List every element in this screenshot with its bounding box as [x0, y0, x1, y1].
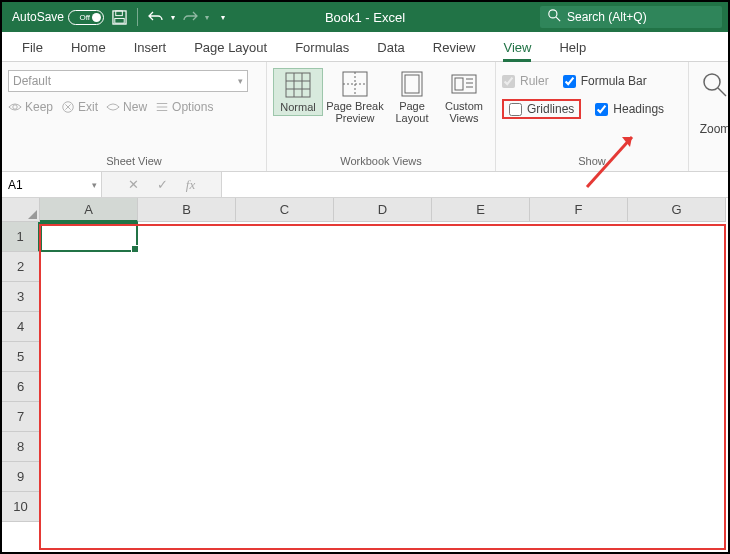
qat-customize-icon[interactable]: ▾ — [221, 13, 225, 22]
row-header[interactable]: 8 — [2, 432, 40, 462]
custom-views-button[interactable]: Custom Views — [439, 68, 489, 126]
normal-view-button[interactable]: Normal — [273, 68, 323, 116]
column-header[interactable]: C — [236, 198, 334, 222]
svg-rect-21 — [455, 78, 463, 90]
search-box[interactable]: Search (Alt+Q) — [540, 6, 722, 28]
enter-icon[interactable]: ✓ — [157, 177, 168, 192]
formula-bar-checkbox[interactable]: Formula Bar — [563, 74, 647, 88]
tab-home[interactable]: Home — [57, 34, 120, 61]
custom-views-icon — [450, 70, 478, 98]
zoom-icon[interactable] — [702, 72, 728, 104]
formula-bar-area: A1 ▾ ✕ ✓ fx — [2, 172, 728, 198]
svg-point-5 — [13, 105, 17, 109]
tab-page-layout[interactable]: Page Layout — [180, 34, 281, 61]
row-header[interactable]: 7 — [2, 402, 40, 432]
sheet-view-combo-value: Default — [13, 74, 51, 88]
tab-view[interactable]: View — [489, 34, 545, 61]
group-sheet-view: Default ▾ Keep Exit New Options — [2, 62, 267, 171]
sheet-view-combo[interactable]: Default ▾ — [8, 70, 248, 92]
exit-button[interactable]: Exit — [61, 100, 98, 114]
keep-button[interactable]: Keep — [8, 100, 53, 114]
cells-area[interactable] — [40, 222, 728, 552]
row-header[interactable]: 3 — [2, 282, 40, 312]
ruler-checkbox[interactable]: Ruler — [502, 74, 549, 88]
group-label-sheet-view: Sheet View — [8, 155, 260, 169]
tab-help[interactable]: Help — [545, 34, 600, 61]
svg-point-25 — [704, 74, 720, 90]
autosave-label: AutoSave — [12, 10, 64, 24]
row-header[interactable]: 2 — [2, 252, 40, 282]
spreadsheet-grid: A B C D E F G 1 2 3 4 5 6 7 8 9 10 — [2, 198, 728, 552]
search-placeholder: Search (Alt+Q) — [567, 10, 647, 24]
column-header[interactable]: A — [40, 198, 138, 222]
select-all-corner[interactable] — [2, 198, 40, 222]
column-header[interactable]: E — [432, 198, 530, 222]
page-break-icon — [341, 70, 369, 98]
row-header[interactable]: 5 — [2, 342, 40, 372]
column-header[interactable]: G — [628, 198, 726, 222]
tab-formulas[interactable]: Formulas — [281, 34, 363, 61]
fx-buttons: ✕ ✓ fx — [102, 172, 222, 197]
page-layout-icon — [398, 70, 426, 98]
tab-data[interactable]: Data — [363, 34, 418, 61]
autosave-pill[interactable]: Off — [68, 10, 104, 25]
group-label-workbook-views: Workbook Views — [273, 155, 489, 169]
normal-view-icon — [284, 71, 312, 99]
save-icon[interactable] — [110, 8, 128, 26]
column-header[interactable]: D — [334, 198, 432, 222]
column-header[interactable]: B — [138, 198, 236, 222]
eye-keep-icon — [8, 100, 22, 114]
cancel-icon[interactable]: ✕ — [128, 177, 139, 192]
svg-rect-19 — [405, 75, 419, 93]
gridlines-checkbox[interactable]: Gridlines — [509, 102, 574, 116]
svg-point-3 — [549, 10, 557, 18]
title-bar: AutoSave Off ▾ ▾ ▾ Book1 - Excel Search … — [2, 2, 728, 32]
row-header[interactable]: 10 — [2, 492, 40, 522]
svg-rect-1 — [115, 10, 122, 15]
options-icon — [155, 100, 169, 114]
row-headers: 1 2 3 4 5 6 7 8 9 10 — [2, 222, 40, 522]
gridlines-highlight: Gridlines — [502, 99, 581, 119]
name-box-value: A1 — [8, 178, 23, 192]
row-header[interactable]: 6 — [2, 372, 40, 402]
new-button[interactable]: New — [106, 100, 147, 114]
new-icon — [106, 100, 120, 114]
ribbon: Default ▾ Keep Exit New Options — [2, 62, 728, 172]
svg-line-26 — [718, 88, 726, 96]
group-show: Ruler Formula Bar Gridlines Headings Sho… — [496, 62, 689, 171]
ribbon-tabs: File Home Insert Page Layout Formulas Da… — [2, 32, 728, 62]
group-label-show: Show — [502, 155, 682, 169]
formula-input[interactable] — [222, 172, 728, 197]
selected-cell[interactable] — [40, 222, 138, 252]
row-header[interactable]: 4 — [2, 312, 40, 342]
tab-file[interactable]: File — [8, 34, 57, 61]
document-title: Book1 - Excel — [325, 10, 405, 25]
redo-dropdown-icon[interactable]: ▾ — [205, 13, 209, 22]
redo-icon[interactable] — [181, 8, 199, 26]
options-button[interactable]: Options — [155, 100, 213, 114]
name-box[interactable]: A1 ▾ — [2, 172, 102, 197]
exit-icon — [61, 100, 75, 114]
row-header[interactable]: 9 — [2, 462, 40, 492]
search-icon — [548, 9, 561, 25]
tab-insert[interactable]: Insert — [120, 34, 181, 61]
undo-icon[interactable] — [147, 8, 165, 26]
column-header[interactable]: F — [530, 198, 628, 222]
qat-separator — [137, 8, 138, 26]
name-box-dropdown-icon[interactable]: ▾ — [92, 180, 97, 190]
quick-access-toolbar: AutoSave Off ▾ ▾ ▾ — [2, 8, 225, 26]
page-layout-button[interactable]: Page Layout — [387, 68, 437, 126]
svg-line-4 — [556, 17, 560, 21]
column-headers: A B C D E F G — [2, 198, 728, 222]
svg-rect-2 — [114, 18, 123, 23]
row-header[interactable]: 1 — [2, 222, 40, 252]
autosave-state: Off — [80, 13, 91, 22]
undo-dropdown-icon[interactable]: ▾ — [171, 13, 175, 22]
page-break-preview-button[interactable]: Page Break Preview — [325, 68, 385, 126]
headings-checkbox[interactable]: Headings — [595, 102, 664, 116]
svg-rect-10 — [286, 73, 310, 97]
autosave-toggle[interactable]: AutoSave Off — [12, 10, 104, 25]
fx-icon[interactable]: fx — [186, 177, 195, 193]
group-workbook-views: Normal Page Break Preview Page Layout Cu… — [267, 62, 496, 171]
tab-review[interactable]: Review — [419, 34, 490, 61]
